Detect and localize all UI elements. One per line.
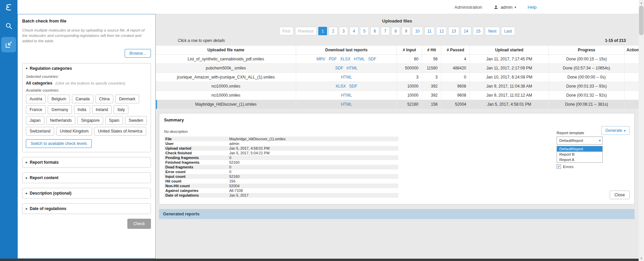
field-label: Non-Hit count <box>164 184 228 188</box>
section-header[interactable]: ▸Date of regulations <box>23 204 151 214</box>
errors-checkbox[interactable]: ✔ <box>557 164 561 169</box>
user-menu[interactable]: admin ▾ <box>493 5 516 10</box>
scrollbar-thumb[interactable] <box>639 6 644 35</box>
report-link[interactable]: XLSX <box>335 84 346 89</box>
country-button[interactable]: Ireland <box>92 105 112 114</box>
page-number-11[interactable]: 11 <box>425 27 435 35</box>
page-number-13[interactable]: 13 <box>448 27 459 35</box>
report-link[interactable]: HTML <box>341 93 352 98</box>
country-button[interactable]: Austria <box>26 95 46 103</box>
report-link[interactable]: HTML <box>354 57 365 61</box>
page-next[interactable]: Next <box>485 27 499 35</box>
scroll-down-icon[interactable]: ▼ <box>639 256 644 261</box>
section-title: Report content <box>30 175 58 180</box>
report-template-select[interactable]: DefaultReport ▾ <box>557 137 603 145</box>
generate-button[interactable]: Generate ▾ <box>601 126 630 135</box>
actions-cell <box>625 100 639 109</box>
page-number-8[interactable]: 8 <box>391 27 400 35</box>
page-number-6[interactable]: 6 <box>370 27 379 35</box>
country-button[interactable]: United Kingdom <box>56 127 92 136</box>
browse-button[interactable]: Browse... <box>125 49 151 58</box>
summary-field-row: Hit count156 <box>164 179 398 184</box>
field-label: Dead fragments <box>164 165 228 169</box>
country-button[interactable]: Spain <box>105 116 123 125</box>
row-hint: Click a row to open details <box>178 38 225 43</box>
field-value: 52004 <box>228 184 398 188</box>
country-button[interactable]: United States of America <box>94 127 146 136</box>
report-link[interactable]: PDF <box>329 57 337 61</box>
report-link[interactable]: MRV <box>317 57 325 61</box>
section-header[interactable]: ▸Report formats <box>23 157 151 167</box>
country-button[interactable]: Denmark <box>115 95 139 103</box>
switch-check-levels-button[interactable]: Switch to available check levels <box>26 139 92 148</box>
help-link[interactable]: Help <box>528 5 537 10</box>
country-button[interactable]: Italy <box>114 105 128 114</box>
report-link[interactable]: HTML <box>341 75 352 80</box>
hit-count-cell: 56 <box>422 55 441 64</box>
report-link[interactable]: XLSX <box>340 57 351 61</box>
country-button[interactable]: Japan <box>26 116 44 125</box>
country-button[interactable]: Canada <box>72 95 93 103</box>
upload-started-cell: Jan 9, 2017, 11:04:38 AM <box>470 82 549 91</box>
country-button[interactable]: Sweden <box>125 116 147 125</box>
page-previous[interactable]: Previous <box>295 27 317 35</box>
report-link[interactable]: SDF <box>335 66 343 70</box>
passed-count-cell: 0 <box>441 73 470 82</box>
report-link[interactable]: HTML <box>347 66 358 70</box>
page-number-10[interactable]: 10 <box>412 27 422 35</box>
batch-check-icon <box>5 41 13 49</box>
field-label: Input count <box>164 174 228 179</box>
page-number-12[interactable]: 12 <box>436 27 447 35</box>
section-header[interactable]: ▸Report content <box>23 173 151 183</box>
page-first[interactable]: First <box>279 27 293 35</box>
page-number-9[interactable]: 9 <box>402 27 410 35</box>
table-row[interactable]: pubchem500k_.smilesSDFHTML50000011580488… <box>156 64 639 73</box>
actions-cell <box>625 64 639 73</box>
table-row[interactable]: jcunique_Amazon_with-jcunique_CXN_ALL_(1… <box>156 73 639 82</box>
country-button[interactable]: Belgium <box>48 95 70 103</box>
page-last[interactable]: Last <box>501 27 515 35</box>
country-button[interactable]: India <box>74 105 90 114</box>
summary-field-row: Against categoriesAll-7108 <box>164 188 398 193</box>
page-number-7[interactable]: 7 <box>381 27 390 35</box>
vertical-scrollbar[interactable]: ▲ ▼ <box>639 0 644 261</box>
footer-strip <box>0 259 639 261</box>
country-button[interactable]: France <box>26 105 46 114</box>
input-count-cell: 52160 <box>397 100 422 109</box>
country-button[interactable]: China <box>95 95 113 103</box>
sidebar-item-batch-check[interactable] <box>1 37 16 52</box>
generated-reports-header[interactable]: Generated reports <box>159 209 635 219</box>
country-button[interactable]: Netherlands <box>46 116 76 125</box>
check-button[interactable]: Check <box>127 219 151 229</box>
administration-link[interactable]: Administration <box>454 5 482 10</box>
country-button[interactable]: Switzerland <box>26 127 54 136</box>
file-name-cell: pubchem500k_.smiles <box>156 64 296 73</box>
dropdown-option[interactable]: DefaultReport <box>557 146 602 152</box>
page-number-1[interactable]: 1 <box>318 27 327 35</box>
page-number-15[interactable]: 15 <box>473 27 483 35</box>
table-row[interactable]: List_of_synthetic_cannabinoids_pdf.smile… <box>156 55 639 64</box>
dropdown-option[interactable]: Report A <box>557 157 602 162</box>
report-link[interactable]: HTML <box>341 102 352 107</box>
report-link[interactable]: SDF <box>368 57 376 61</box>
table-row[interactable]: nci10000.smilesHTML100003929608Jan 9, 20… <box>156 91 639 100</box>
close-button[interactable]: Close <box>610 191 630 199</box>
collapsed-sections: ▸Report formats▸Report content▸Descripti… <box>22 157 151 214</box>
page-number-5[interactable]: 5 <box>360 27 369 35</box>
table-row[interactable]: nci10000.smilesXLSXSDF100003929608Jan 9,… <box>156 82 639 91</box>
country-button[interactable]: Germany <box>48 105 72 114</box>
page-number-14[interactable]: 14 <box>461 27 471 35</box>
country-button[interactable]: Singapore <box>77 116 103 125</box>
dropdown-option[interactable]: Report B <box>557 152 602 157</box>
page-number-4[interactable]: 4 <box>350 27 358 35</box>
scroll-up-icon[interactable]: ▲ <box>639 0 644 5</box>
report-link[interactable]: SDF <box>349 84 357 89</box>
table-row[interactable]: Maybridge_HitDiscover_(1).smilesHTML5216… <box>156 100 639 109</box>
sidebar-item-search[interactable] <box>0 18 17 34</box>
field-value: admin <box>228 141 398 146</box>
page-number-3[interactable]: 3 <box>339 27 348 35</box>
regulation-categories-header[interactable]: ▾ Regulation categories <box>23 63 151 73</box>
section-header[interactable]: ▸Description (optional) <box>23 188 151 198</box>
panel-section-report-formats: ▸Report formats <box>22 157 151 168</box>
page-number-2[interactable]: 2 <box>329 27 337 35</box>
